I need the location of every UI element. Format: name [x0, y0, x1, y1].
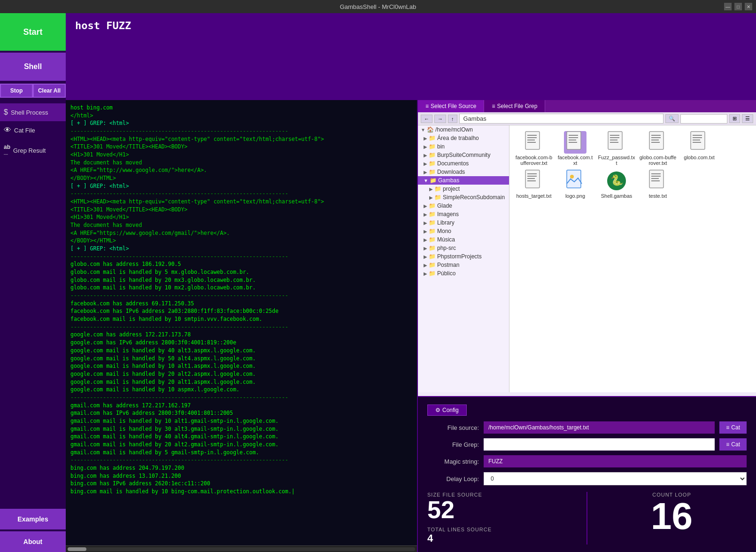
svg-rect-38 [651, 180, 660, 181]
view-toggle-button[interactable]: ⊞ [729, 114, 740, 123]
start-button[interactable]: Start [0, 13, 66, 51]
file-grep-row: File Grep: ≡ Cat [427, 438, 747, 451]
magic-string-row: Magic string: [427, 455, 747, 467]
svg-rect-37 [651, 178, 659, 179]
eye-icon: 👁 [4, 126, 11, 134]
nav-forward-button[interactable]: → [434, 115, 446, 123]
tree-item[interactable]: ▶📁 Mono [418, 227, 509, 235]
tree-item[interactable]: ▶📁 Imagens [418, 210, 509, 218]
file-source-label: File source: [427, 424, 479, 431]
file-source-tab-label: Select File Source [431, 103, 476, 109]
tab-select-file-grep[interactable]: ≡ Select File Grep [484, 100, 545, 112]
file-browser-toolbar: ← → ↑ Gambas 🔍 ⊞ ☰ [418, 112, 756, 125]
file-grep-input[interactable] [484, 438, 715, 451]
svg-rect-1 [527, 135, 537, 136]
examples-button[interactable]: Examples [0, 509, 66, 529]
minimize-button[interactable]: — [724, 3, 732, 10]
svg-rect-36 [651, 176, 661, 177]
content-area: host FUZZ host bing.com</html>[ + ] GREP… [66, 13, 756, 552]
search-input[interactable] [680, 114, 727, 124]
tree-item[interactable]: ▶📁 Library [418, 218, 509, 227]
file-source-row: File source: ≡ Cat [427, 421, 747, 434]
tree-item[interactable]: ▶📁 PhpstormProjects [418, 252, 509, 261]
file-icons-area[interactable]: facebook.com-bufferover.txtfacebook.com.… [509, 125, 756, 392]
tree-item[interactable]: ▶📁 SimpleReconSubdomain [418, 193, 509, 202]
tree-item[interactable]: ▶📁 Público [418, 269, 509, 278]
file-grep-tab-label: Select File Grep [497, 103, 537, 109]
tree-item[interactable]: ▶📁 Documentos [418, 159, 509, 168]
shell-process-label: Shell Process [11, 109, 48, 116]
tree-item[interactable]: ▶📁 Downloads [418, 168, 509, 176]
close-button[interactable]: ✕ [745, 3, 752, 10]
shell-button[interactable]: Shell [0, 53, 66, 81]
terminal-content[interactable]: host bing.com</html>[ + ] GREP: <html>--… [66, 100, 417, 545]
file-icon-item[interactable]: globo.com.txt [680, 131, 718, 166]
stats-left: SIZE FILE SOURCE 52 TOTAL LINES SOURCE 4 [427, 492, 577, 544]
svg-rect-12 [610, 137, 619, 138]
svg-rect-35 [651, 173, 661, 174]
nav-up-button[interactable]: ↑ [448, 115, 457, 123]
config-tab[interactable]: ⚙ Config [427, 404, 467, 416]
command-display: host FUZZ [75, 20, 131, 31]
cat-icon-2: ≡ [726, 441, 729, 448]
tree-item[interactable]: ▼🏠 /home/mclOwn [418, 125, 509, 134]
delay-loop-select[interactable]: 0 1 2 5 [484, 472, 747, 485]
file-grep-tab-icon: ≡ [492, 103, 495, 109]
file-icon-item[interactable]: hosts_target.txt [515, 170, 553, 199]
search-button[interactable]: 🔍 [665, 114, 679, 123]
clear-all-button[interactable]: Clear All [33, 84, 66, 98]
horizontal-scrollthumb[interactable] [68, 547, 86, 551]
maximize-button[interactable]: □ [734, 3, 742, 10]
tree-item[interactable]: ▶📁 Área de trabalho [418, 134, 509, 142]
stop-button[interactable]: Stop [0, 84, 33, 98]
tab-select-file-source[interactable]: ≡ Select File Source [418, 100, 484, 112]
file-icon-item[interactable]: facebook.com-bufferover.txt [515, 131, 553, 166]
sidebar-item-grep-result[interactable]: ab···· Grep Result [0, 139, 66, 162]
terminal-scrollbar[interactable] [66, 545, 417, 552]
current-path: Gambas [459, 114, 664, 124]
title-bar: GambasShell - MrCl0wnLab — □ ✕ [0, 0, 756, 13]
tree-item[interactable]: ▶📁 bin [418, 142, 509, 151]
file-source-input[interactable] [484, 421, 715, 434]
config-panel: ⚙ Config File source: ≡ Cat File Grep: [418, 396, 756, 552]
tree-item[interactable]: ▶📁 BurpSuiteCommunity [418, 151, 509, 159]
cat-icon: ≡ [726, 424, 729, 431]
svg-text:🐍: 🐍 [610, 174, 624, 187]
magic-string-input[interactable] [484, 455, 747, 467]
file-label: teste.txt [649, 193, 667, 199]
total-lines-source-value: 4 [427, 532, 577, 544]
view-list-button[interactable]: ☰ [742, 114, 753, 123]
file-icon-item[interactable]: logo.png [556, 170, 594, 199]
sidebar-item-shell-process[interactable]: $ Shell Process [0, 103, 66, 121]
svg-rect-9 [569, 142, 577, 143]
file-tree: ▼🏠 /home/mclOwn▶📁 Área de trabalho▶📁 bin… [418, 125, 509, 392]
file-icon-item[interactable]: Fuzz_passwd.txt [598, 131, 635, 166]
svg-rect-28 [527, 178, 535, 179]
file-icon-item[interactable]: 🐍Shell.gambas [598, 170, 635, 199]
file-grep-cat-button[interactable]: ≡ Cat [719, 438, 747, 451]
svg-rect-18 [651, 140, 659, 140]
horizontal-scrolltrack[interactable] [68, 547, 415, 551]
tree-item[interactable]: ▶📁 Postman [418, 261, 509, 269]
nav-back-button[interactable]: ← [421, 115, 432, 123]
tree-item[interactable]: ▶📁 Música [418, 235, 509, 244]
about-button[interactable]: About [0, 531, 66, 552]
dollar-icon: $ [4, 108, 8, 117]
tree-item[interactable]: ▶📁 Glade [418, 202, 509, 210]
config-gear-icon: ⚙ [435, 407, 440, 413]
file-source-tab-icon: ≡ [425, 103, 429, 109]
tree-item[interactable]: ▶📁 php-src [418, 244, 509, 252]
file-icon-item[interactable]: teste.txt [639, 170, 677, 199]
tree-item[interactable]: ▼📁 Gambas [418, 176, 509, 185]
tree-item[interactable]: ▶📁 project [418, 185, 509, 193]
delay-loop-row: Delay Loop: 0 1 2 5 [427, 472, 747, 485]
total-lines-source-label: TOTAL LINES SOURCE [427, 527, 577, 532]
file-label: globo.com.txt [684, 155, 714, 160]
file-label: hosts_target.txt [516, 193, 551, 199]
file-source-cat-button[interactable]: ≡ Cat [719, 421, 747, 434]
file-tabs: ≡ Select File Source ≡ Select File Grep [418, 100, 756, 112]
file-icon-item[interactable]: globo.com-bufferover.txt [639, 131, 677, 166]
file-icon-item[interactable]: facebook.com.txt [556, 131, 594, 166]
sidebar-item-cat-file[interactable]: 👁 Cat File [0, 121, 66, 139]
svg-rect-16 [651, 135, 661, 136]
